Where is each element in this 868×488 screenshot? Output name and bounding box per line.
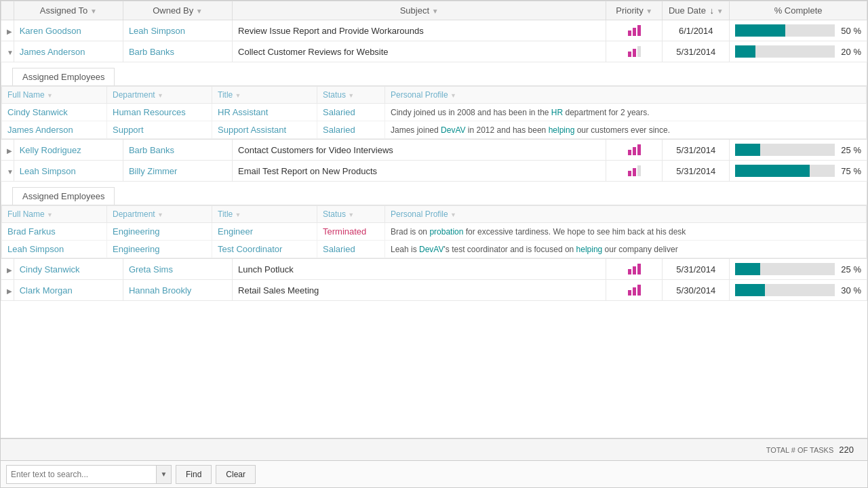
owned-by-cell: Barb Banks <box>123 41 232 62</box>
owned-by-link[interactable]: Leah Simpson <box>129 26 185 36</box>
priority-bar-1 <box>628 52 631 57</box>
progress-cell: 25 % <box>735 144 861 156</box>
sub-filter-status[interactable]: ▼ <box>348 92 354 99</box>
sub-header-personal-profile: Personal Profile ▼ <box>385 206 867 223</box>
owned-by-link[interactable]: Hannah Brookly <box>129 285 192 296</box>
due-date-cell: 5/31/2014 <box>663 161 730 182</box>
due-date-filter[interactable]: ▼ <box>717 7 724 15</box>
due-date-header: Due Date ↓ ▼ <box>663 1 730 20</box>
emp-profile-cell: Cindy joined us in 2008 and has been in … <box>385 104 867 121</box>
owned-by-link[interactable]: Greta Sims <box>129 264 173 274</box>
subject-cell: Contact Customers for Video Interviews <box>233 140 606 161</box>
priority-filter[interactable]: ▼ <box>646 7 652 15</box>
due-date-sort-icon: ↓ <box>710 5 715 16</box>
sub-filter-title[interactable]: ▼ <box>235 92 241 99</box>
subject-cell: Email Test Report on New Products <box>233 161 606 182</box>
assigned-to-link[interactable]: Cindy Stanwick <box>20 264 80 274</box>
subject-cell: Collect Customer Reviews for Website <box>233 41 606 62</box>
employee-name-link[interactable]: James Anderson <box>7 125 73 135</box>
table-row: ▶ Karen Goodson Leah Simpson Review Issu… <box>1 20 867 41</box>
priority-bars <box>612 165 656 176</box>
progress-cell: 30 % <box>735 284 861 296</box>
search-dropdown-button[interactable]: ▼ <box>156 466 171 483</box>
footer: TOTAL # OF TASKS 220 <box>1 439 867 460</box>
expand-cell[interactable]: ▼ <box>1 41 14 62</box>
expand-col-header <box>1 1 14 20</box>
expand-cell: ▶ <box>1 140 14 161</box>
sub-filter-status[interactable]: ▼ <box>348 211 354 218</box>
priority-bars <box>612 25 656 36</box>
assigned-to-link[interactable]: Kelly Rodriguez <box>20 145 81 155</box>
employee-name-link[interactable]: Brad Farkus <box>7 226 56 237</box>
emp-status-cell: Terminated <box>317 223 385 241</box>
table-row: ▶ Kelly Rodriguez Barb Banks Contact Cus… <box>1 140 867 161</box>
sub-header-title: Title ▼ <box>212 87 317 104</box>
assigned-to-cell: Cindy Stanwick <box>14 259 123 280</box>
complete-header: % Complete <box>730 1 867 20</box>
sub-filter-full-name[interactable]: ▼ <box>47 211 53 218</box>
priority-bar-1 <box>628 269 631 274</box>
main-tbody: ▶ Karen Goodson Leah Simpson Review Issu… <box>1 20 867 301</box>
expand-cell[interactable]: ▼ <box>1 161 14 182</box>
owned-by-cell: Leah Simpson <box>123 20 232 41</box>
owned-by-filter[interactable]: ▼ <box>196 7 203 15</box>
sub-table-container: Assigned Employees Full Name ▼ Departmen… <box>1 62 867 139</box>
sub-filter-personal-profile[interactable]: ▼ <box>450 92 456 99</box>
emp-status-cell: Salaried <box>317 121 385 139</box>
find-button[interactable]: Find <box>176 465 212 484</box>
sub-filter-department[interactable]: ▼ <box>157 211 163 218</box>
sub-header-status: Status ▼ <box>317 206 385 223</box>
priority-bar-3 <box>637 285 641 296</box>
employee-name-link[interactable]: Cindy Stanwick <box>7 107 68 117</box>
progress-bar-wrap <box>735 24 835 37</box>
expand-icon: ▶ <box>7 266 12 274</box>
expand-icon: ▶ <box>7 147 12 155</box>
progress-cell: 20 % <box>735 45 861 58</box>
sub-filter-personal-profile[interactable]: ▼ <box>450 211 456 218</box>
sub-filter-department[interactable]: ▼ <box>157 92 163 99</box>
sub-filter-title[interactable]: ▼ <box>235 211 241 218</box>
assigned-to-link[interactable]: James Anderson <box>20 47 85 57</box>
progress-bar-fill <box>735 45 755 58</box>
assigned-to-filter[interactable]: ▼ <box>90 7 97 15</box>
complete-cell: 30 % <box>730 280 867 301</box>
table-row: James Anderson Support Support Assistant… <box>2 121 867 139</box>
profile-highlight: helping <box>576 245 603 254</box>
collapse-icon[interactable]: ▼ <box>7 49 14 56</box>
progress-label: 50 % <box>837 26 861 36</box>
due-date-cell: 5/31/2014 <box>663 41 730 62</box>
search-input[interactable] <box>7 466 156 483</box>
owned-by-link[interactable]: Barb Banks <box>129 47 174 57</box>
profile-highlight: probation <box>429 227 463 237</box>
sub-header-full-name: Full Name ▼ <box>2 206 107 223</box>
owned-by-cell: Greta Sims <box>123 259 232 280</box>
subject-header: Subject ▼ <box>233 1 606 20</box>
progress-bar-fill <box>735 263 760 275</box>
total-section: TOTAL # OF TASKS 220 <box>6 445 862 455</box>
assigned-employees-label: Assigned Employees <box>12 68 115 85</box>
progress-label: 20 % <box>837 47 861 57</box>
subject-text: Contact Customers for Video Interviews <box>238 145 393 155</box>
collapse-icon[interactable]: ▼ <box>7 168 14 176</box>
emp-title-cell: Support Assistant <box>212 121 317 139</box>
progress-bar-wrap <box>735 144 835 156</box>
emp-dept-cell: Support <box>107 121 212 139</box>
priority-cell <box>606 280 663 301</box>
assigned-employees-header: Assigned Employees <box>1 182 867 205</box>
subject-cell: Review Issue Report and Provide Workarou… <box>233 20 606 41</box>
priority-bars <box>612 46 656 57</box>
assigned-to-link[interactable]: Karen Goodson <box>20 26 81 36</box>
assigned-to-link[interactable]: Clark Morgan <box>20 285 73 296</box>
profile-highlight: DevAV <box>441 125 465 135</box>
priority-bar-3 <box>637 144 641 155</box>
emp-title-cell: Test Coordinator <box>212 241 317 258</box>
employee-name-link[interactable]: Leah Simpson <box>7 244 64 254</box>
subject-filter[interactable]: ▼ <box>432 7 439 15</box>
clear-button[interactable]: Clear <box>216 465 256 484</box>
owned-by-link[interactable]: Barb Banks <box>129 145 174 155</box>
bottom-bar: ▼ Find Clear <box>1 460 867 487</box>
priority-bars <box>612 264 656 274</box>
assigned-to-link[interactable]: Leah Simpson <box>20 166 76 176</box>
sub-filter-full-name[interactable]: ▼ <box>47 92 53 99</box>
owned-by-link[interactable]: Billy Zimmer <box>129 166 178 176</box>
